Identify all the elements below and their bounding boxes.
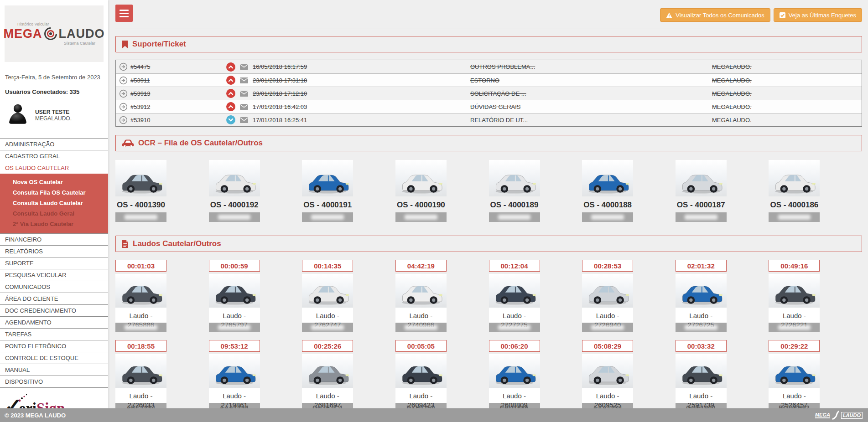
mail-ticket-button[interactable] [237, 64, 253, 70]
os-card[interactable]: OS - 4000190 [395, 160, 447, 222]
open-ticket-button[interactable] [116, 116, 130, 124]
latest-polls-button[interactable]: Veja as Últimas Enquetes [774, 8, 862, 22]
sidebar-menu: ADMINISTRAÇÃOCADASTRO GERALOS LAUDO CAUT… [0, 138, 108, 388]
laudo-label: Laudo - 2681697 [302, 391, 353, 401]
sidebar-item-agendamento[interactable]: AGENDAMENTO [0, 316, 108, 328]
laudo-label: Laudo - 2762747 [302, 311, 353, 320]
sidebar-item-tarefas[interactable]: TAREFAS [0, 328, 108, 340]
laudo-card-slot: 00:49:16Laudo - 2726221 [769, 260, 820, 332]
laudo-card[interactable]: Laudo - 2762747 [302, 274, 353, 332]
os-card[interactable]: OS - 4001390 [115, 160, 166, 222]
sidebar-item-doc-credenciamento[interactable]: DOC CREDENCIAMENTO [0, 304, 108, 316]
user-company: MEGALAUDO. [35, 115, 72, 122]
os-card-slot: OS - 4000190 [395, 160, 447, 222]
sidebar: Histórico Veicular MEGA LAUDO Sistema Ca… [0, 0, 108, 408]
tickets-header: Suporte/Ticket [115, 36, 862, 52]
os-card[interactable]: OS - 4000186 [769, 160, 820, 222]
ticket-status-icon[interactable] [226, 115, 237, 124]
laudo-card[interactable]: Laudo - 2765797 [209, 274, 260, 332]
laudo-timer: 05:08:29 [582, 340, 633, 352]
sidebar-subitem-consulta-laudo-cautelar[interactable]: Consulta Laudo Cautelar [0, 198, 108, 208]
laudo-card-slot: 00:03:32Laudo - 2591739GGE1900 [676, 340, 727, 412]
ticket-row[interactable]: #5447516/05/2018 16:17:59OUTROS PROBLEMA… [116, 60, 862, 73]
sidebar-item-suporte[interactable]: SUPORTE [0, 257, 108, 269]
os-card[interactable]: OS - 4000188 [582, 160, 633, 222]
laudo-card[interactable]: Laudo - 2591739GGE1900 [676, 354, 727, 412]
laudo-card[interactable]: Laudo - 2609423DXH1750 [395, 354, 447, 412]
os-card[interactable]: OS - 4000189 [489, 160, 540, 222]
os-card-slot: OS - 4001390 [115, 160, 166, 222]
sidebar-item-dispositivo[interactable]: DISPOSITIVO [0, 376, 108, 388]
laudo-card[interactable]: Laudo - 2609525AAA1234 [582, 354, 633, 412]
laudo-card[interactable]: Laudo - 2726940 [582, 274, 633, 332]
laudo-card[interactable]: Laudo - 2726221 [769, 274, 820, 332]
ticket-row[interactable]: #5391017/01/2018 16:25:41RELATÓRIO DE UT… [116, 113, 862, 126]
ticket-status-icon[interactable] [226, 62, 237, 72]
sidebar-item-area-do-cliente[interactable]: ÁREA DO CLIENTE [0, 293, 108, 304]
arrow-circle-icon [119, 89, 128, 98]
ticket-row[interactable]: #5391323/01/2018 17:12:10SOLICITAÇÃO DE … [116, 87, 862, 100]
laudo-label: Laudo - 2609525 [582, 391, 633, 401]
sidebar-item-controle-de-estoque[interactable]: CONTROLE DE ESTOQUE [0, 352, 108, 364]
sidebar-item-cadastro-geral[interactable]: CADASTRO GERAL [0, 150, 108, 162]
ticket-id: #53912 [130, 103, 226, 110]
envelope-icon [240, 117, 248, 123]
sidebar-subitem-2-via-laudo-cautelar[interactable]: 2ª Via Laudo Cautelar [0, 219, 108, 229]
blurred-plate [405, 325, 437, 330]
arrow-circle-icon [119, 116, 128, 124]
sidebar-item-comunicados[interactable]: COMUNICADOS [0, 281, 108, 293]
person-avatar [6, 103, 30, 128]
megalaudo-logo: Histórico Veicular MEGA LAUDO Sistema Ca… [5, 5, 104, 62]
plate-badge [489, 212, 540, 222]
laudo-timer: 04:42:19 [395, 260, 447, 272]
open-ticket-button[interactable] [116, 103, 130, 111]
open-ticket-button[interactable] [116, 89, 130, 98]
sidebar-item-manual[interactable]: MANUAL [0, 364, 108, 376]
sidebar-item-administracao[interactable]: ADMINISTRAÇÃO [0, 138, 108, 150]
os-card-slot: OS - 4000191 [302, 160, 353, 222]
os-card[interactable]: OS - 4000191 [302, 160, 353, 222]
os-card[interactable]: OS - 4000192 [209, 160, 260, 222]
sidebar-item-os-laudo-cautelar[interactable]: OS LAUDO CAUTELAR [0, 162, 108, 174]
mail-ticket-button[interactable] [237, 77, 253, 83]
sidebar-item-relatorios[interactable]: RELATÓRIOS [0, 245, 108, 257]
laudo-card[interactable]: Laudo - 2608809CPU1686 [489, 354, 540, 412]
ticket-status-icon[interactable] [226, 89, 237, 98]
laudo-card-row-2: 00:18:55Laudo - 2726033ABC123409:53:12La… [115, 340, 862, 412]
os-label: OS - 4000190 [395, 200, 447, 210]
laudo-label: Laudo - 2726940 [582, 311, 633, 320]
blurred-plate [218, 325, 251, 330]
laudo-card[interactable]: Laudo - 2526457BQDEH92 [769, 354, 820, 412]
laudo-card[interactable]: Laudo - 2740966 [395, 274, 447, 332]
view-all-announcements-button[interactable]: Visualizar Todos os Comunicados [660, 8, 770, 22]
mail-ticket-button[interactable] [237, 117, 253, 123]
ticket-status-icon[interactable] [226, 76, 237, 85]
laudo-card[interactable]: Laudo - 2726725 [676, 274, 727, 332]
mail-ticket-button[interactable] [237, 91, 253, 97]
plate-badge [582, 212, 633, 222]
ticket-row[interactable]: #5391123/01/2018 17:31:18ESTORNOMEGALAUD… [116, 73, 862, 87]
laudo-card[interactable]: Laudo - 2765886 [115, 274, 166, 332]
document-icon [122, 240, 129, 248]
sidebar-subitem-nova-os-cautelar[interactable]: Nova OS Cautelar [0, 177, 108, 187]
sidebar-item-ponto-eletronico[interactable]: PONTO ELETRÔNICO [0, 340, 108, 352]
connected-users: Usuários Conectados: 335 [5, 88, 104, 95]
sidebar-item-financeiro[interactable]: FINANCEIRO [0, 233, 108, 245]
open-ticket-button[interactable] [116, 62, 130, 71]
laudo-card-slot: 00:14:35Laudo - 2762747 [302, 260, 353, 332]
laudo-card[interactable]: Laudo - 2726033ABC1234 [115, 354, 166, 412]
sidebar-subitem-consulta-fila-os-cautelar[interactable]: Consulta Fila OS Cautelar [0, 187, 108, 198]
ticket-row[interactable]: #5391217/01/2018 16:42:03DÚVIDAS GERAISM… [116, 100, 862, 113]
open-ticket-button[interactable] [116, 76, 130, 85]
os-card[interactable]: OS - 4000187 [676, 160, 727, 222]
sidebar-item-pesquisa-veicular[interactable]: PESQUISA VEICULAR [0, 269, 108, 281]
laudo-card[interactable]: Laudo - 2719861AAA1234 [209, 354, 260, 412]
chevron-up-circle-icon [226, 76, 235, 85]
menu-toggle-button[interactable] [115, 5, 133, 22]
topbar-buttons: Visualizar Todos os Comunicados Veja as … [660, 8, 862, 22]
laudo-card[interactable]: Laudo - 2681697QNJEJC4 [302, 354, 353, 412]
ticket-status-icon[interactable] [226, 102, 237, 111]
mail-ticket-button[interactable] [237, 104, 253, 110]
sidebar-subitem-consulta-laudo-geral[interactable]: Consulta Laudo Geral [0, 208, 108, 219]
laudo-card[interactable]: Laudo - 2727275 [489, 274, 540, 332]
